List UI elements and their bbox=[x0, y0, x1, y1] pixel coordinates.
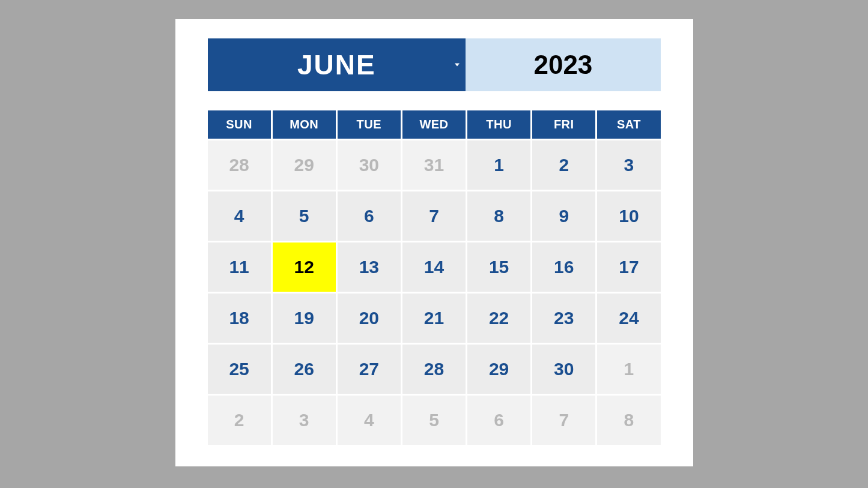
day-cell[interactable]: 16 bbox=[532, 242, 595, 292]
day-cell[interactable]: 8 bbox=[467, 191, 530, 241]
dow-header: SUN bbox=[208, 110, 271, 139]
month-selector[interactable]: JUNE bbox=[208, 38, 466, 91]
dow-header: SAT bbox=[597, 110, 660, 139]
day-cell[interactable]: 6 bbox=[338, 191, 401, 241]
day-cell[interactable]: 28 bbox=[208, 140, 271, 190]
year-label: 2023 bbox=[533, 50, 592, 80]
day-cell[interactable]: 31 bbox=[402, 140, 466, 190]
day-cell[interactable]: 12 bbox=[273, 242, 336, 292]
day-cell[interactable]: 7 bbox=[532, 396, 595, 445]
day-cell[interactable]: 29 bbox=[273, 140, 336, 190]
day-cell[interactable]: 14 bbox=[402, 242, 466, 292]
day-cell[interactable]: 4 bbox=[338, 396, 401, 445]
day-cell[interactable]: 21 bbox=[402, 294, 466, 343]
day-cell[interactable]: 7 bbox=[402, 191, 466, 241]
day-cell[interactable]: 3 bbox=[597, 140, 660, 190]
calendar-header: JUNE 2023 bbox=[208, 38, 661, 91]
day-cell[interactable]: 22 bbox=[467, 294, 530, 343]
day-cell[interactable]: 30 bbox=[532, 345, 595, 394]
day-cell[interactable]: 4 bbox=[208, 191, 271, 241]
day-cell[interactable]: 6 bbox=[467, 396, 530, 445]
calendar-card: JUNE 2023 SUNMONTUEWEDTHUFRISAT282930311… bbox=[175, 19, 693, 466]
day-cell[interactable]: 27 bbox=[338, 345, 401, 394]
day-cell[interactable]: 18 bbox=[208, 294, 271, 343]
chevron-down-icon bbox=[455, 64, 460, 67]
day-cell[interactable]: 28 bbox=[402, 345, 466, 394]
month-label: JUNE bbox=[297, 49, 376, 81]
dow-header: FRI bbox=[532, 110, 595, 139]
day-cell[interactable]: 5 bbox=[273, 191, 336, 241]
day-cell[interactable]: 26 bbox=[273, 345, 336, 394]
day-cell[interactable]: 23 bbox=[532, 294, 595, 343]
dow-header: TUE bbox=[338, 110, 401, 139]
day-cell[interactable]: 25 bbox=[208, 345, 271, 394]
dow-header: THU bbox=[467, 110, 530, 139]
dow-header: WED bbox=[402, 110, 466, 139]
calendar-grid: SUNMONTUEWEDTHUFRISAT2829303112345678910… bbox=[208, 110, 661, 445]
day-cell[interactable]: 9 bbox=[532, 191, 595, 241]
day-cell[interactable]: 24 bbox=[597, 294, 660, 343]
day-cell[interactable]: 1 bbox=[597, 345, 660, 394]
day-cell[interactable]: 29 bbox=[467, 345, 530, 394]
day-cell[interactable]: 2 bbox=[532, 140, 595, 190]
day-cell[interactable]: 13 bbox=[338, 242, 401, 292]
dow-header: MON bbox=[273, 110, 336, 139]
day-cell[interactable]: 3 bbox=[273, 396, 336, 445]
day-cell[interactable]: 11 bbox=[208, 242, 271, 292]
year-display[interactable]: 2023 bbox=[466, 38, 660, 91]
day-cell[interactable]: 10 bbox=[597, 191, 660, 241]
day-cell[interactable]: 30 bbox=[338, 140, 401, 190]
day-cell[interactable]: 17 bbox=[597, 242, 660, 292]
day-cell[interactable]: 8 bbox=[597, 396, 660, 445]
day-cell[interactable]: 19 bbox=[273, 294, 336, 343]
day-cell[interactable]: 2 bbox=[208, 396, 271, 445]
day-cell[interactable]: 20 bbox=[338, 294, 401, 343]
day-cell[interactable]: 15 bbox=[467, 242, 530, 292]
day-cell[interactable]: 1 bbox=[467, 140, 530, 190]
day-cell[interactable]: 5 bbox=[402, 396, 466, 445]
